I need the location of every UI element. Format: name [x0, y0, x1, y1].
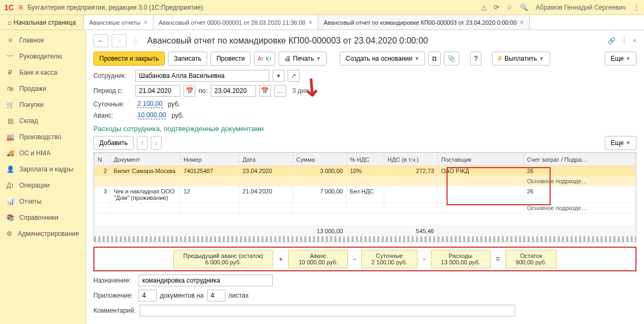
help-button[interactable]: ? — [470, 52, 481, 66]
books-icon: 📚 — [6, 214, 14, 221]
comment-field[interactable] — [140, 305, 515, 316]
table-row[interactable]: 3 Чек и накладная ООО "Дом" (проживание)… — [94, 186, 636, 203]
overflow-icon[interactable]: ⋮ — [633, 4, 640, 11]
app-topbar: 1С ≡ Бухгалтерия предприятия, редакция 3… — [0, 0, 644, 15]
purpose-label: Назначение: — [93, 277, 135, 284]
dropdown-icon[interactable]: ▾ — [273, 70, 284, 82]
sidebar-item-hr[interactable]: 👤Зарплата и кадры — [0, 161, 85, 177]
ruble-icon: ₽ — [498, 55, 502, 62]
add-button[interactable]: Добавить — [93, 136, 134, 150]
print-button[interactable]: 🖨Печать▼ — [279, 52, 327, 66]
attach-pages-field[interactable] — [207, 290, 225, 301]
calendar-icon[interactable]: 📅 — [259, 85, 271, 97]
link-icon[interactable]: 🔗 — [608, 37, 616, 45]
close-icon[interactable]: × — [309, 19, 312, 26]
col-num[interactable]: Номер — [180, 153, 239, 166]
star-icon[interactable]: ☆ — [507, 4, 513, 11]
period-to-label: по: — [199, 87, 208, 95]
post-button[interactable]: Провести — [210, 52, 251, 66]
annotation-vat-highlight — [447, 167, 551, 205]
history-icon[interactable]: ⟳ — [494, 4, 499, 11]
attach-docs-label: документов на — [160, 292, 204, 299]
more-button[interactable]: Еще▼ — [605, 52, 636, 66]
tab-report-1[interactable]: Авансовый отчет 0000-000001 от 28.03.202… — [153, 15, 318, 30]
person-icon: 👤 — [6, 165, 14, 173]
attach-pages-label: листах — [229, 292, 249, 299]
tab-home[interactable]: ⌂ Начальная страница — [0, 15, 84, 30]
calendar-icon[interactable]: 📅 — [184, 85, 195, 97]
sidebar-item-manager[interactable]: 〰Руководителю — [0, 48, 85, 64]
expenses-section-title: Расходы сотрудника, подтвержденные докум… — [93, 125, 636, 133]
col-supplier[interactable]: Поставщик — [438, 153, 524, 166]
employee-field[interactable] — [135, 70, 269, 82]
col-vat-incl[interactable]: НДС (в т.ч.) — [384, 153, 438, 166]
advance-label: Аванс: — [93, 112, 132, 119]
sidebar-item-operations[interactable]: ДтОперации — [0, 177, 85, 193]
table-more-button[interactable]: Еще▼ — [605, 136, 636, 150]
close-icon[interactable]: × — [520, 19, 524, 26]
structure-button[interactable]: ⧉ — [428, 52, 441, 66]
arrow-up-icon: ↑ — [141, 139, 144, 147]
period-to-field[interactable] — [211, 85, 256, 97]
move-up-button[interactable]: ↑ — [137, 136, 148, 150]
chart-icon: 〰 — [6, 53, 14, 60]
tab-report-3[interactable]: Авансовый отчет по командировке КП00-000… — [318, 15, 530, 30]
move-down-button[interactable]: ↓ — [151, 136, 162, 150]
col-vat-pct[interactable]: % НДС — [347, 153, 384, 166]
truck-icon: 🚚 — [6, 149, 14, 157]
sidebar-item-main[interactable]: ≡Главное — [0, 32, 85, 48]
expenses-table: N Документ Номер Дата Сумма % НДС НДС (в… — [93, 152, 636, 242]
more-icon[interactable]: ⋮ — [621, 37, 627, 45]
page-title: Авансовый отчет по командировке КП00-000… — [147, 36, 428, 46]
col-n[interactable]: N — [94, 153, 111, 166]
perdiem-value[interactable]: 2 100,00 — [137, 100, 163, 108]
sidebar-item-sales[interactable]: 🛍Продажи — [0, 81, 85, 97]
calc-advance: Аванс10 000,00 руб. — [288, 250, 348, 268]
tab-advance-reports[interactable]: Авансовые отчеты × — [84, 15, 153, 30]
dt-kt-icon: Дт — [6, 182, 14, 189]
sidebar-item-production[interactable]: 🏭Производство — [0, 129, 85, 145]
advance-value[interactable]: 10 000,00 — [137, 111, 166, 119]
menu-icon[interactable]: ≡ — [18, 3, 23, 12]
pay-button[interactable]: ₽Выплатить▼ — [492, 52, 550, 66]
user-label[interactable]: Абрамов Геннадий Сергеевич — [536, 4, 626, 11]
forward-button[interactable]: → — [112, 34, 127, 47]
attach-button[interactable]: 📎 — [444, 52, 459, 66]
table-row-sub[interactable]: Основное подразде… — [94, 176, 636, 186]
app-logo: 1С — [4, 3, 14, 12]
dt-kt-button[interactable]: АтКт — [254, 52, 275, 66]
purpose-field[interactable] — [138, 275, 273, 286]
close-icon[interactable]: × — [633, 37, 636, 45]
table-row-sub[interactable]: Основное подразде… — [94, 203, 636, 213]
col-doc[interactable]: Документ — [111, 153, 180, 166]
sidebar-item-bank[interactable]: ₽Банк и касса — [0, 64, 85, 81]
post-and-close-button[interactable]: Провести и закрыть — [93, 52, 165, 66]
close-icon[interactable]: × — [144, 19, 148, 26]
table-row[interactable]: 2 Билет Самара-Москва 740125487 23.04.20… — [94, 166, 636, 176]
sidebar-item-assets[interactable]: 🚚ОС и НМА — [0, 145, 85, 161]
col-date[interactable]: Дата — [239, 153, 293, 166]
create-based-button[interactable]: Создать на основании▼ — [340, 52, 425, 66]
sidebar-item-purchases[interactable]: 🛒Покупки — [0, 97, 85, 113]
ellipsis-button[interactable]: … — [274, 85, 286, 97]
sidebar-item-admin[interactable]: ⚙Администрирование — [0, 226, 85, 242]
open-icon[interactable]: ↗ — [288, 70, 299, 82]
save-button[interactable]: Записать — [168, 52, 207, 66]
attach-docs-field[interactable] — [138, 290, 157, 301]
sidebar-item-reports[interactable]: 📊Отчеты — [0, 193, 85, 210]
calc-remainder: Остаток900,00 руб. — [506, 250, 557, 268]
perdiem-label: Суточные: — [93, 100, 132, 108]
printer-icon: 🖨 — [284, 55, 291, 62]
sidebar-item-directories[interactable]: 📚Справочники — [0, 210, 85, 226]
col-acct[interactable]: Счет затрат / Подра… — [524, 153, 636, 166]
bell-icon[interactable]: △ — [481, 4, 486, 11]
sidebar-item-warehouse[interactable]: ▤Склад — [0, 113, 85, 129]
gear-icon: ⚙ — [6, 230, 12, 237]
col-sum[interactable]: Сумма — [293, 153, 347, 166]
rub-label: руб. — [168, 100, 180, 108]
horizontal-scrollbar[interactable] — [94, 236, 636, 242]
back-button[interactable]: ← — [93, 34, 108, 47]
star-icon[interactable]: ☆ — [132, 36, 140, 46]
period-from-field[interactable] — [135, 85, 180, 97]
search-icon[interactable]: 🔍 — [520, 4, 528, 11]
